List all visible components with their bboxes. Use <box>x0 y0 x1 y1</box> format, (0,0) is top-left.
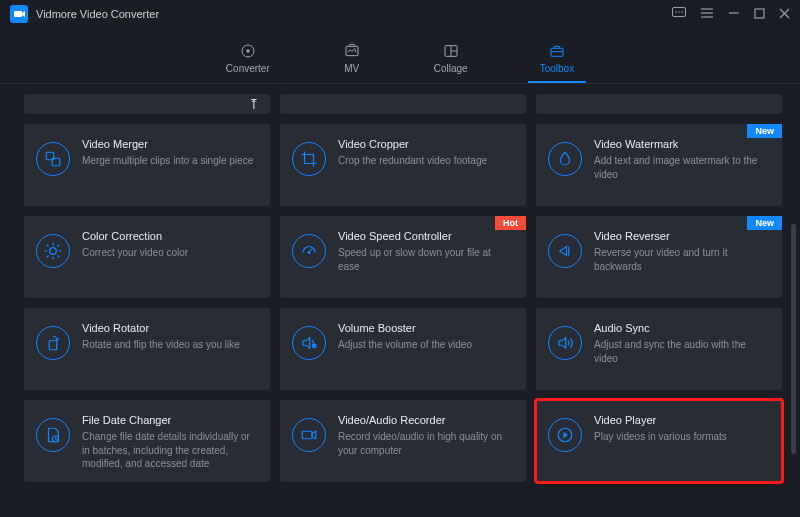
tab-label: Collage <box>434 63 468 74</box>
video-player-icon <box>548 418 582 452</box>
partial-row: ⤒ <box>24 94 782 114</box>
svg-point-22 <box>50 248 57 255</box>
tool-title: Video Speed Controller <box>338 230 512 242</box>
tab-mv[interactable]: MV <box>336 28 368 83</box>
tool-desc: Adjust and sync the audio with the video <box>594 338 768 365</box>
feedback-icon[interactable] <box>672 7 686 22</box>
tab-converter[interactable]: Converter <box>220 28 276 83</box>
tab-label: MV <box>344 63 359 74</box>
main-tabs: Converter MV Collage Toolbox <box>0 28 800 84</box>
collage-icon <box>441 43 461 59</box>
tool-desc: Play videos in various formats <box>594 430 768 444</box>
svg-point-2 <box>675 11 677 13</box>
svg-marker-44 <box>564 432 569 438</box>
svg-rect-0 <box>14 11 22 17</box>
tool-desc: Correct your video color <box>82 246 256 260</box>
svg-rect-35 <box>49 341 57 350</box>
app-title: Vidmore Video Converter <box>36 8 159 20</box>
tool-card-partial[interactable] <box>280 94 526 114</box>
badge-new: New <box>747 124 782 138</box>
svg-rect-42 <box>302 431 312 439</box>
video-rotator-icon <box>36 326 70 360</box>
tab-toolbox[interactable]: Toolbox <box>534 28 580 83</box>
volume-booster-icon <box>292 326 326 360</box>
mv-icon <box>342 43 362 59</box>
tool-card-audio-sync[interactable]: Audio Sync Adjust and sync the audio wit… <box>536 308 782 390</box>
svg-rect-18 <box>551 48 563 56</box>
tool-grid: Video Merger Merge multiple clips into a… <box>24 124 782 482</box>
svg-point-32 <box>308 252 310 254</box>
tool-card-video-watermark[interactable]: Video Watermark Add text and image water… <box>536 124 782 206</box>
tool-title: Video Watermark <box>594 138 768 150</box>
menu-icon[interactable] <box>700 7 714 22</box>
toolbox-icon <box>547 43 567 59</box>
tab-label: Toolbox <box>540 63 574 74</box>
toolbox-panel: ⤒ Video Merger Merge multiple clips into… <box>0 84 800 517</box>
tool-desc: Change file date details individually or… <box>82 430 256 471</box>
tool-title: Video Cropper <box>338 138 512 150</box>
maximize-icon[interactable] <box>754 7 765 22</box>
svg-point-4 <box>681 11 683 13</box>
tool-title: File Date Changer <box>82 414 256 426</box>
scrollbar-thumb[interactable] <box>791 224 796 454</box>
tool-card-video-merger[interactable]: Video Merger Merge multiple clips into a… <box>24 124 270 206</box>
svg-point-13 <box>246 49 249 52</box>
tool-title: Video Rotator <box>82 322 256 334</box>
video-cropper-icon <box>292 142 326 176</box>
tool-card-video-rotator[interactable]: Video Rotator Rotate and flip the video … <box>24 308 270 390</box>
app-logo <box>10 5 28 23</box>
tool-desc: Speed up or slow down your file at ease <box>338 246 512 273</box>
svg-line-29 <box>47 255 49 257</box>
svg-marker-33 <box>560 247 567 256</box>
tool-card-speed-controller[interactable]: Video Speed Controller Speed up or slow … <box>280 216 526 298</box>
svg-line-41 <box>55 439 57 440</box>
tool-card-file-date-changer[interactable]: File Date Changer Change file date detai… <box>24 400 270 482</box>
video-reverser-icon <box>548 234 582 268</box>
tool-card-va-recorder[interactable]: Video/Audio Recorder Record video/audio … <box>280 400 526 482</box>
svg-line-28 <box>57 255 59 257</box>
tab-collage[interactable]: Collage <box>428 28 474 83</box>
tool-desc: Adjust the volume of the video <box>338 338 512 352</box>
svg-point-3 <box>678 11 680 13</box>
tool-card-partial[interactable]: ⤒ <box>24 94 270 114</box>
tool-card-video-cropper[interactable]: Video Cropper Crop the redundant video f… <box>280 124 526 206</box>
tool-title: Video Reverser <box>594 230 768 242</box>
badge-new: New <box>747 216 782 230</box>
tool-card-color-correction[interactable]: Color Correction Correct your video colo… <box>24 216 270 298</box>
tool-desc: Record video/audio in high quality on yo… <box>338 430 512 457</box>
audio-sync-icon <box>548 326 582 360</box>
tab-label: Converter <box>226 63 270 74</box>
tool-title: Video Player <box>594 414 768 426</box>
video-merger-icon <box>36 142 70 176</box>
tool-card-video-reverser[interactable]: Video Reverser Reverse your video and tu… <box>536 216 782 298</box>
close-icon[interactable] <box>779 7 790 22</box>
tool-title: Video/Audio Recorder <box>338 414 512 426</box>
camera-icon <box>13 8 25 20</box>
color-correction-icon <box>36 234 70 268</box>
tool-desc: Crop the redundant video footage <box>338 154 512 168</box>
tool-desc: Reverse your video and turn it backwards <box>594 246 768 273</box>
tool-desc: Merge multiple clips into a single piece <box>82 154 256 168</box>
va-recorder-icon <box>292 418 326 452</box>
tool-title: Video Merger <box>82 138 256 150</box>
converter-icon <box>238 43 258 59</box>
file-date-changer-icon <box>36 418 70 452</box>
video-watermark-icon <box>548 142 582 176</box>
tool-card-partial[interactable] <box>536 94 782 114</box>
tool-card-video-player[interactable]: Video Player Play videos in various form… <box>536 400 782 482</box>
tool-desc: Add text and image watermark to the vide… <box>594 154 768 181</box>
minimize-icon[interactable] <box>728 7 740 22</box>
tool-desc: Rotate and flip the video as you like <box>82 338 256 352</box>
upload-arrow-icon: ⤒ <box>248 96 260 112</box>
badge-hot: Hot <box>495 216 526 230</box>
svg-line-30 <box>57 245 59 247</box>
tool-title: Volume Booster <box>338 322 512 334</box>
tool-title: Color Correction <box>82 230 256 242</box>
titlebar: Vidmore Video Converter <box>0 0 800 28</box>
svg-rect-9 <box>755 9 764 18</box>
svg-line-27 <box>47 245 49 247</box>
tool-card-volume-booster[interactable]: Volume Booster Adjust the volume of the … <box>280 308 526 390</box>
tool-title: Audio Sync <box>594 322 768 334</box>
speed-controller-icon <box>292 234 326 268</box>
